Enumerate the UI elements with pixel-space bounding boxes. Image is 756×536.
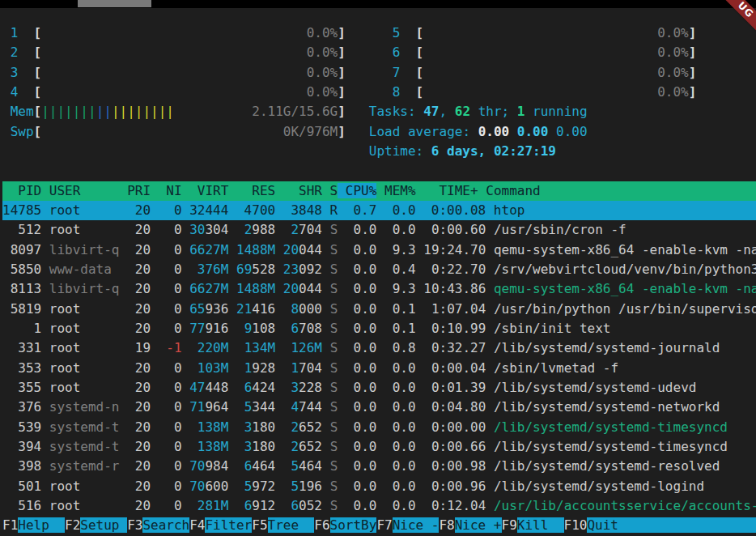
cpu-meter-row-1-5-seg-5: ] — [338, 25, 346, 40]
process-row-331-seg-7 — [275, 340, 283, 355]
command-supervisor: /usr/bin/python /usr/bin/superviso — [494, 301, 756, 317]
cpu-meter-row-2-6-seg-11: ] — [689, 45, 697, 60]
process-row-331[interactable]: 331 root 19 -1 220M 134M 126M S 0.0 0.8 … — [2, 338, 756, 358]
process-row-398-seg-3: 70 — [189, 458, 205, 474]
mem-meter-label: Mem — [11, 104, 34, 119]
fkey-label-filter[interactable]: Filter — [205, 517, 252, 533]
swp-meter-load-row-seg-2: [ — [34, 124, 42, 139]
process-row-5819-seg-8: 8 — [283, 301, 299, 317]
process-row-1-seg-7 — [275, 321, 283, 336]
process-row-14785-selected[interactable]: 14785 root 20 0 32444 4700 3848 R 0.7 0.… — [2, 201, 756, 220]
process-row-376-seg-4: 964 — [205, 399, 228, 415]
function-key-bar[interactable]: F1Help F2Setup F3SearchF4FilterF5Tree F6… — [2, 516, 756, 535]
process-row-398-seg-7: 464 — [252, 458, 275, 474]
cpu-meter-row-1-5-seg-11: ] — [689, 25, 697, 40]
process-row-376-seg-9: 4 — [283, 399, 299, 415]
command-udevd: /lib/systemd/systemd-udevd — [494, 380, 696, 395]
process-row-376[interactable]: 376 systemd-n 20 0 71964 5344 4744 S 0.0… — [2, 398, 756, 417]
process-row-398[interactable]: 398 systemd-r 20 0 70984 6464 5464 S 0.0… — [2, 457, 756, 476]
process-row-5819-seg-12: 0.0 0.1 1:07.04 — [338, 301, 494, 317]
process-row-1[interactable]: 1 root 20 0 77916 9108 6708 S 0.0 0.1 0:… — [2, 319, 756, 338]
cpu-meter-row-4-8-seg-4: 0.0% — [41, 84, 338, 100]
table-header-row[interactable]: PID USER PRI NI VIRT RES SHR S CPU% MEM%… — [2, 181, 756, 201]
process-row-512-seg-11: S — [330, 222, 338, 237]
table-header-left[interactable]: PID USER PRI NI VIRT RES SHR S — [2, 183, 338, 198]
process-row-353-seg-5: 928 — [252, 360, 275, 376]
process-row-355-seg-5: 6 — [236, 380, 252, 395]
fkey-f7[interactable]: F7 — [376, 517, 392, 533]
process-row-8097-seg-10: S — [330, 242, 338, 257]
process-row-355[interactable]: 355 root 20 0 47448 6424 3228 S 0.0 0.0 … — [2, 378, 756, 398]
fkey-f4[interactable]: F4 — [189, 517, 205, 533]
process-row-539-seg-10 — [322, 419, 330, 435]
process-row-394[interactable]: 394 systemd-t 20 0 138M 3180 2652 S 0.0 … — [2, 437, 756, 457]
process-row-501[interactable]: 501 root 20 0 70600 5972 5196 S 0.0 0.0 … — [2, 477, 756, 496]
terminal-screen: 1 [ 0.0%] 5 [ 0.0%] 2 [ 0.0%] 6 [ 0.0%] … — [2, 23, 756, 536]
process-row-5850-seg-12: 0.0 0.4 0:22.70 — [338, 262, 494, 277]
cpu-meter-row-2-6: 2 [ 0.0%] 6 [ 0.0%] — [2, 43, 756, 62]
process-row-1-seg-10 — [322, 321, 330, 336]
cpu-meter-row-4-8-seg-9: [ — [416, 84, 424, 100]
fkey-f6[interactable]: F6 — [314, 517, 329, 533]
mem-meter-tasks-row-seg-12: , — [440, 104, 455, 119]
process-row-5819-seg-1: 20 0 — [120, 301, 190, 317]
cpu-meter-row-3-7-seg-5: ] — [338, 65, 346, 80]
mem-meter-tasks-row-seg-8: ] — [338, 104, 346, 119]
process-row-516-seg-4: 6 — [236, 498, 252, 513]
process-row-398-seg-0: 398 — [2, 458, 49, 474]
cpu-meter-row-4-8-seg-11: ] — [689, 84, 697, 100]
fkey-f3[interactable]: F3 — [127, 517, 142, 533]
process-row-512[interactable]: 512 root 20 0 30304 2988 2704 S 0.0 0.0 … — [2, 220, 756, 240]
fkey-label-help[interactable]: Help — [18, 517, 65, 533]
fkey-f8[interactable]: F8 — [439, 517, 454, 533]
process-row-501-seg-11: S — [330, 479, 338, 494]
sort-column-cpu[interactable]: CPU% — [338, 183, 376, 198]
process-row-501-seg-2: 70 — [189, 479, 205, 494]
process-row-501-seg-9: 196 — [299, 479, 322, 494]
process-row-394-seg-10 — [322, 439, 330, 454]
process-row-8097[interactable]: 8097 libvirt-q 20 0 6627M 1488M 20044 S … — [2, 240, 756, 260]
cpu-meter-row-1-5-seg-9: [ — [416, 25, 424, 40]
table-header-right[interactable]: MEM% TIME+ Command — [376, 183, 756, 198]
cpu-meter-row-2-6-seg-7: 6 — [393, 45, 401, 60]
fkey-f2[interactable]: F2 — [65, 517, 80, 533]
fkey-label-sortby[interactable]: SortBy — [330, 517, 377, 533]
process-row-8113[interactable]: 8113 libvirt-q 20 0 6627M 1488M 20044 S … — [2, 279, 756, 299]
process-row-512-seg-3: 304 — [205, 222, 228, 237]
load-1min: 0.00 — [478, 124, 510, 139]
process-row-516[interactable]: 516 root 20 0 281M 6912 6052 S 0.0 0.0 0… — [2, 496, 756, 516]
cpu-meter-row-3-7-seg-8 — [400, 65, 415, 80]
fkey-label-tree[interactable]: Tree — [268, 517, 315, 533]
process-row-394-seg-3: 138M — [189, 439, 228, 454]
process-row-331-seg-3 — [182, 340, 190, 355]
command-qemu-thread: qemu-system-x86_64 -enable-kvm -na — [494, 281, 756, 296]
process-row-5819-seg-11: S — [330, 301, 338, 317]
fkey-label-nice-minus[interactable]: Nice - — [393, 517, 440, 533]
fkey-label-search[interactable]: Search — [142, 517, 189, 533]
fkey-label-setup[interactable]: Setup — [80, 517, 127, 533]
fkey-f5[interactable]: F5 — [252, 517, 267, 533]
process-row-1-seg-2: 77 — [189, 321, 205, 336]
fkey-f1[interactable]: F1 — [2, 517, 18, 533]
fkey-f10[interactable]: F10 — [564, 517, 588, 533]
fkey-label-kill[interactable]: Kill — [517, 517, 564, 533]
fkey-label-nice-plus[interactable]: Nice + — [455, 517, 502, 533]
process-row-516-seg-1: 20 0 — [120, 498, 190, 513]
process-row-5819-seg-4 — [228, 301, 236, 317]
process-row-376-seg-7: 344 — [252, 399, 275, 415]
fkey-f9[interactable]: F9 — [502, 517, 517, 533]
process-row-539[interactable]: 539 systemd-t 20 0 138M 3180 2652 S 0.0 … — [2, 418, 756, 437]
process-row-501-seg-12: 0.0 0.0 0:00.96 — [338, 479, 494, 494]
process-row-5819[interactable]: 5819 root 20 0 65936 21416 8000 S 0.0 0.… — [2, 300, 756, 319]
fkey-label-quit[interactable]: Quit — [587, 517, 756, 533]
process-row-8113-seg-1: libvirt-q — [49, 281, 120, 296]
cpu-meter-row-3-7-seg-2 — [18, 65, 33, 80]
cpu-meter-row-4-8-seg-5: ] — [338, 84, 346, 100]
process-row-353-seg-8: 704 — [299, 360, 322, 376]
process-row-501-seg-5: 5 — [236, 479, 252, 494]
process-row-355-seg-4 — [228, 380, 236, 395]
process-row-5850[interactable]: 5850 www-data 20 0 376M 69528 23092 S 0.… — [2, 260, 756, 279]
process-row-353[interactable]: 353 root 20 0 103M 1928 1704 S 0.0 0.0 0… — [2, 359, 756, 378]
process-row-1-seg-11: S — [330, 321, 338, 336]
selected-process-htop[interactable]: 14785 root 20 0 32444 4700 3848 R 0.7 0.… — [2, 202, 756, 218]
